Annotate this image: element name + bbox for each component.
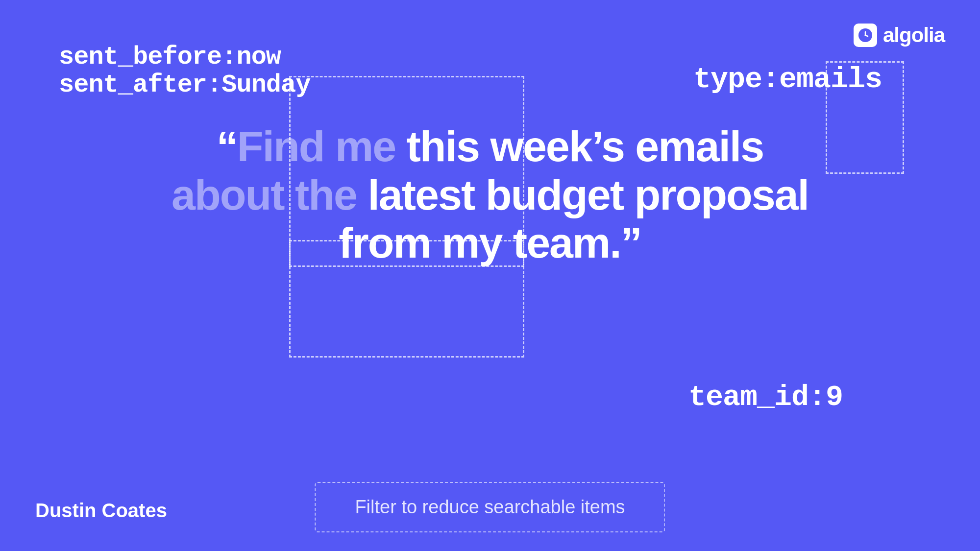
main-quote: “Find me this week’s emails about the la… <box>24 122 956 267</box>
open-quote: “ <box>217 122 237 170</box>
me-word: me <box>324 122 395 170</box>
type-emails-filter: type:emails <box>693 63 882 96</box>
the-word: the <box>284 170 356 219</box>
filter-bar-text: Filter to reduce searchable items <box>355 497 625 517</box>
quote-line-2: about the latest budget proposal <box>24 171 956 219</box>
filter-bar: Filter to reduce searchable items <box>315 482 665 532</box>
algolia-icon <box>854 24 877 47</box>
from-my-team: from my team. <box>339 218 621 267</box>
filter-labels-top: sent_before:now sent_after:Sunday <box>59 43 311 99</box>
team-id-filter: team_id:9 <box>688 381 843 414</box>
svg-point-5 <box>864 35 866 36</box>
about-word: about <box>172 170 284 219</box>
find-word: Find <box>237 122 324 170</box>
sent-after-filter: sent_after:Sunday <box>59 71 311 99</box>
this-weeks-emails: this week’s emails <box>395 122 763 170</box>
algolia-name-text: algolia <box>883 24 945 47</box>
algolia-logo: algolia <box>854 24 945 47</box>
author-name: Dustin Coates <box>35 500 167 522</box>
latest-budget: latest budget proposal <box>357 170 808 219</box>
quote-line-1: “Find me this week’s emails <box>24 122 956 171</box>
sent-before-filter: sent_before:now <box>59 43 311 71</box>
close-quote: ” <box>621 218 641 267</box>
quote-line-3: from my team.” <box>24 219 956 267</box>
